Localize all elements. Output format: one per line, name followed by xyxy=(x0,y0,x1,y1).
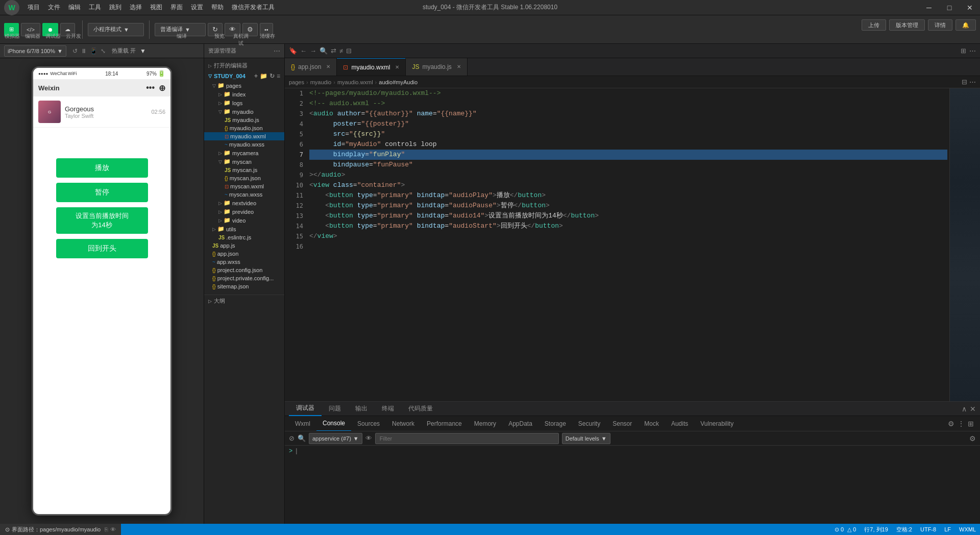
open-editors-section[interactable]: ▷ 打开的编辑器 xyxy=(204,60,284,71)
minimize-button[interactable]: ─ xyxy=(919,0,939,15)
devtools-tab-console[interactable]: Console xyxy=(316,416,351,431)
chat-item[interactable]: G Gorgeous Taylor Swift 02:56 xyxy=(33,96,170,128)
phone-settime-btn[interactable]: 设置当前播放时间为14秒 xyxy=(56,207,148,234)
tree-item-mycamera[interactable]: ▷ 📁 mycamera xyxy=(204,149,284,157)
replace-icon[interactable]: ⇄ xyxy=(331,47,336,55)
tree-item-index[interactable]: ▷ 📁 index xyxy=(204,90,284,99)
devtools-tab-sources[interactable]: Sources xyxy=(351,416,386,431)
forward-icon[interactable]: → xyxy=(310,47,316,55)
panel-close-icon[interactable]: ✕ xyxy=(970,405,976,413)
tree-item-video[interactable]: ▷ 📁 video xyxy=(204,216,284,225)
devtools-tab-sensor[interactable]: Sensor xyxy=(606,416,638,431)
tab-js-close-icon[interactable]: ✕ xyxy=(457,64,461,69)
devtools-tab-vulnerability[interactable]: Vulnerability xyxy=(694,416,740,431)
tree-item-myaudio-js[interactable]: JS myaudio.js xyxy=(204,116,284,124)
tree-more-icon[interactable]: ⋯ xyxy=(274,47,280,55)
status-endings[interactable]: LF xyxy=(940,524,955,535)
root-item[interactable]: ▽ STUDY_004 + 📁 ↻ ≡ xyxy=(204,71,284,81)
breadcrumb-wxml[interactable]: myaudio.wxml xyxy=(337,79,373,85)
status-spaces[interactable]: 空格:2 xyxy=(892,524,916,535)
settings3-icon[interactable]: ⚙ xyxy=(948,420,954,428)
devtools-tab-performance[interactable]: Performance xyxy=(421,416,468,431)
tree-item-project-private[interactable]: {} project.private.config... xyxy=(204,274,284,282)
sim-back-icon[interactable]: ↺ xyxy=(72,47,78,55)
collapse-icon[interactable]: ≡ xyxy=(277,72,280,80)
tree-item-project-config[interactable]: {} project.config.json xyxy=(204,266,284,274)
back-icon[interactable]: ← xyxy=(300,47,307,55)
tree-item-prevideo[interactable]: ▷ 📁 prevideo xyxy=(204,207,284,216)
tab-wxml-close-icon[interactable]: ✕ xyxy=(395,64,399,70)
diff-icon[interactable]: ≠ xyxy=(339,47,343,55)
tab-myaudio-wxml[interactable]: ⊡ myaudio.wxml ✕ xyxy=(337,58,406,76)
version-button[interactable]: 版本管理 xyxy=(889,19,925,31)
tab-code-quality[interactable]: 代码质量 xyxy=(401,402,440,416)
console-content[interactable]: > | xyxy=(285,446,980,524)
menu-item-interface[interactable]: 界面 xyxy=(166,0,187,15)
devtools-tab-appdata[interactable]: AppData xyxy=(502,416,538,431)
devtools-tab-security[interactable]: Security xyxy=(572,416,606,431)
eye2-icon[interactable]: 👁 xyxy=(365,434,372,442)
message-button[interactable]: 🔔 xyxy=(955,19,976,31)
devtools-tab-mock[interactable]: Mock xyxy=(638,416,665,431)
devtools-tab-network[interactable]: Network xyxy=(386,416,421,431)
levels-select[interactable]: Default levels ▼ xyxy=(562,433,610,444)
status-language[interactable]: WXML xyxy=(955,524,980,535)
menu-item-project[interactable]: 项目 xyxy=(23,0,44,15)
tree-item-myscan[interactable]: ▽ 📁 myscan xyxy=(204,157,284,166)
filter-input[interactable] xyxy=(375,433,559,444)
breadcrumb-pages[interactable]: pages xyxy=(289,79,304,85)
menu-item-goto[interactable]: 跳到 xyxy=(105,0,126,15)
tree-item-myscan-wxml[interactable]: ⊡ myscan.wxml xyxy=(204,182,284,190)
menu-item-settings[interactable]: 设置 xyxy=(187,0,207,15)
devtools-tab-wxml[interactable]: Wxml xyxy=(289,416,316,431)
eye3-icon[interactable]: 👁 xyxy=(110,526,116,532)
mode-select[interactable]: 小程序模式▼ xyxy=(88,23,144,36)
more-editor-icon[interactable]: ⋯ xyxy=(969,47,976,55)
tab-myaudio-js[interactable]: JS myaudio.js ✕ xyxy=(406,58,467,76)
tab-terminal[interactable]: 终端 xyxy=(375,402,401,416)
search-icon[interactable]: 🔍 xyxy=(320,47,328,55)
tree-item-logs[interactable]: ▷ 📁 logs xyxy=(204,99,284,107)
code-content[interactable]: <!--pages/myaudio/myaudio.wxml--> <!-- a… xyxy=(307,88,949,401)
devtools-tab-storage[interactable]: Storage xyxy=(538,416,572,431)
tab-close-icon[interactable]: ✕ xyxy=(326,64,330,69)
tab-debugger[interactable]: 调试器 xyxy=(289,402,322,416)
tree-item-myaudio[interactable]: ▽ 📁 myaudio xyxy=(204,107,284,116)
tree-item-myscan-wxss[interactable]: ~ myscan.wxss xyxy=(204,190,284,199)
menu-item-view[interactable]: 视图 xyxy=(146,0,166,15)
tree-item-myaudio-wxml[interactable]: ⊡ myaudio.wxml xyxy=(204,132,284,140)
status-path-area[interactable]: ⊙ 界面路径：pages/myaudio/myaudio ⎘ 👁 xyxy=(0,524,121,535)
panel-up-icon[interactable]: ∧ xyxy=(962,405,967,413)
tree-item-pages[interactable]: ▽ 📁 pages xyxy=(204,81,284,90)
bookmark-icon[interactable]: 🔖 xyxy=(289,47,297,55)
phone-play-btn[interactable]: 播放 xyxy=(56,158,148,178)
detail-button[interactable]: 详情 xyxy=(928,19,952,31)
sim-stop-icon[interactable]: ⏸ xyxy=(81,47,87,55)
tree-item-myaudio-wxss[interactable]: ~ myaudio.wxss xyxy=(204,140,284,149)
maximize-button[interactable]: □ xyxy=(939,0,960,15)
large-screen-section[interactable]: ▷ 大纲 xyxy=(204,295,284,307)
split-icon[interactable]: ⊟ xyxy=(346,47,352,55)
tree-item-app-js[interactable]: JS app.js xyxy=(204,241,284,250)
tree-item-sitemap[interactable]: {} sitemap.json xyxy=(204,282,284,290)
phone-return-btn[interactable]: 回到开头 xyxy=(56,239,148,258)
more2-icon[interactable]: ⋮ xyxy=(958,420,965,428)
copy-icon[interactable]: ⎘ xyxy=(105,526,108,532)
tree-item-myscan-js[interactable]: JS myscan.js xyxy=(204,166,284,174)
tree-item-eslintrc[interactable]: JS .eslintrc.js xyxy=(204,233,284,241)
tree-item-myscan-json[interactable]: {} myscan.json xyxy=(204,174,284,182)
tab-output[interactable]: 输出 xyxy=(348,402,375,416)
tree-item-nextvideo[interactable]: ▷ 📁 nextvideo xyxy=(204,199,284,207)
menu-item-file[interactable]: 文件 xyxy=(44,0,64,15)
more-btn-icon[interactable]: ⋯ xyxy=(969,78,976,86)
menu-item-select[interactable]: 选择 xyxy=(126,0,146,15)
breadcrumb-myaudio[interactable]: myaudio xyxy=(310,79,332,85)
menu-item-help[interactable]: 帮助 xyxy=(207,0,228,15)
hotload-label[interactable]: 热重载 开 xyxy=(112,47,136,55)
device-select[interactable]: iPhone 6/7/8 100% ▼ xyxy=(4,45,66,57)
settings4-icon[interactable]: ⚙ xyxy=(969,434,976,443)
minimap-toggle-icon[interactable]: ⊟ xyxy=(962,78,967,86)
refresh-tree-icon[interactable]: ↻ xyxy=(270,72,275,80)
upload-button[interactable]: 上传 xyxy=(862,19,886,31)
new-folder-icon[interactable]: 📁 xyxy=(260,72,267,80)
